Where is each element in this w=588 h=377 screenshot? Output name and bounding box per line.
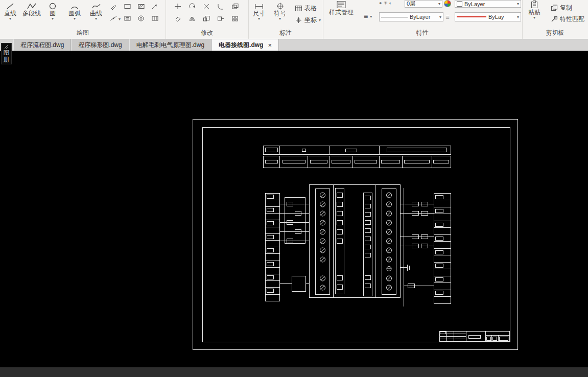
rotate-icon[interactable] xyxy=(187,2,197,11)
pencil-icon[interactable] xyxy=(108,2,119,11)
right-terminal-strip xyxy=(434,194,451,304)
model-space-canvas[interactable] xyxy=(0,51,588,367)
table-icon xyxy=(295,5,302,12)
gradient-icon[interactable] xyxy=(150,14,160,22)
panel-properties: 样式管理 ≡ ▾ ● ☀ ◐ 0层 ▾ ByLayer ▾ xyxy=(323,0,523,39)
coordinate-button[interactable]: 坐标 ▾ xyxy=(295,16,321,25)
layer-toggle-icons: ● ☀ ◐ xyxy=(379,1,392,6)
dropdown-arrow-icon[interactable]: ▾ xyxy=(9,17,11,20)
polyline-button[interactable]: 多段线 xyxy=(22,2,41,17)
table-button[interactable]: 表格 xyxy=(295,4,317,13)
spline-label: 曲线 xyxy=(90,10,102,17)
coordinate-icon xyxy=(295,17,302,23)
dropdown-arrow-icon: ▾ xyxy=(517,2,519,6)
paste-label: 粘贴 xyxy=(528,9,540,16)
mirror-icon[interactable] xyxy=(187,14,197,22)
match-properties-button[interactable]: 特性匹配 xyxy=(551,15,584,23)
command-line-bar[interactable] xyxy=(0,367,588,377)
move-icon[interactable] xyxy=(173,2,183,11)
trim-icon[interactable] xyxy=(201,2,211,11)
polyline-icon xyxy=(27,2,36,10)
donut-icon[interactable] xyxy=(136,14,146,22)
drawing-frame xyxy=(193,120,518,350)
circle-icon xyxy=(49,2,56,10)
modify-panel-label: 修改 xyxy=(166,29,248,37)
color-palette-icon[interactable] xyxy=(442,0,453,7)
dropdown-arrow-icon[interactable]: ▾ xyxy=(533,16,535,19)
dropdown-arrow-icon: ▾ xyxy=(439,15,441,19)
lineweight-value: ByLay xyxy=(488,14,515,20)
array-icon[interactable] xyxy=(230,14,240,22)
arc-button[interactable]: 圆弧 ▾ xyxy=(68,2,81,20)
line-label: 直线 xyxy=(4,10,16,17)
symbol-label: 符号 xyxy=(274,10,286,17)
layer-on-icon[interactable]: ● xyxy=(379,1,382,6)
dropdown-arrow-icon[interactable]: ▾ xyxy=(52,17,54,20)
line-button[interactable]: 直线 ▾ xyxy=(4,2,16,20)
anchored-palette-tab[interactable]: 图 册 xyxy=(1,43,12,64)
tab-label: 程序梯形图.dwg xyxy=(78,41,122,50)
color-swatch xyxy=(457,1,462,7)
dropdown-arrow-icon[interactable]: ▾ xyxy=(117,15,122,23)
dimension-icon xyxy=(254,2,264,10)
panel-clipboard: 粘贴 ▾ 复制 特性匹配 剪切板 xyxy=(522,0,588,39)
dropdown-arrow-icon[interactable]: ▾ xyxy=(370,15,372,18)
cad-drawing xyxy=(0,51,588,367)
copy-button[interactable]: 复制 xyxy=(551,4,572,12)
linetype-sample xyxy=(381,17,408,17)
erase-icon[interactable] xyxy=(173,14,183,22)
layer-freeze-icon[interactable]: ☀ xyxy=(383,1,387,6)
stretch-icon[interactable] xyxy=(216,14,226,22)
dropdown-arrow-icon[interactable]: ▾ xyxy=(74,17,76,20)
scale-icon[interactable] xyxy=(201,14,211,22)
symbol-icon xyxy=(276,2,284,10)
dropdown-arrow-icon[interactable]: ▾ xyxy=(95,17,97,20)
linetype-value: ByLayer xyxy=(410,14,437,20)
dimension-label: 尺寸 xyxy=(253,10,265,17)
coordinate-label: 坐标 xyxy=(304,16,317,25)
leader-arrow-icon[interactable] xyxy=(150,2,160,11)
paste-button[interactable]: 粘贴 ▾ xyxy=(528,1,540,19)
rectangle-tool-icon[interactable] xyxy=(122,2,132,11)
match-properties-icon xyxy=(551,16,558,22)
style-manager-button[interactable]: 样式管理 xyxy=(329,1,354,16)
tab-program-flowchart[interactable]: 程序流程图.dwg xyxy=(13,39,71,51)
close-icon[interactable]: × xyxy=(268,42,272,49)
region-icon[interactable] xyxy=(122,14,132,22)
spline-button[interactable]: 曲线 ▾ xyxy=(90,2,102,20)
draw-panel-label: 绘图 xyxy=(0,29,166,37)
dropdown-arrow-icon[interactable]: ▾ xyxy=(319,18,321,22)
tab-electrical-wiring[interactable]: 电器接线图.dwg × xyxy=(211,39,279,51)
circle-button[interactable]: 圆 ▾ xyxy=(49,2,56,20)
dropdown-arrow-icon[interactable]: ▾ xyxy=(279,17,281,20)
tab-label: 电器接线图.dwg xyxy=(219,41,263,50)
lineweight-select[interactable]: ByLay ▾ xyxy=(455,12,521,21)
menu-icon[interactable]: ≡ xyxy=(442,13,453,21)
panel-annotate: 尺寸 ▾ 符号 ▾ 表格 坐标 ▾ 标注 xyxy=(248,0,323,39)
linetype-select[interactable]: ByLayer ▾ xyxy=(379,12,443,21)
construction-line-icon[interactable] xyxy=(108,14,119,22)
fillet-icon[interactable] xyxy=(216,2,226,11)
properties-panel-label: 特性 xyxy=(323,29,522,37)
hatch-icon[interactable] xyxy=(136,2,146,11)
dropdown-arrow-icon: ▾ xyxy=(517,15,519,19)
symbol-button[interactable]: 符号 ▾ xyxy=(274,2,286,20)
layer-lock-icon[interactable]: ◐ xyxy=(389,1,392,6)
tab-program-ladder[interactable]: 程序梯形图.dwg xyxy=(71,39,129,51)
layer-select[interactable]: 0层 ▾ xyxy=(405,0,442,8)
dimension-button[interactable]: 尺寸 ▾ xyxy=(253,2,265,20)
clipboard-icon xyxy=(530,1,538,9)
annotate-panel-label: 标注 xyxy=(248,29,323,37)
tab-electrolytic-schematic[interactable]: 电解毛刺电气原理图.dwg xyxy=(129,39,211,51)
line-icon xyxy=(6,2,14,10)
copy-object-icon[interactable] xyxy=(230,2,240,11)
list-menu-button[interactable]: ≡ ▾ xyxy=(364,12,372,20)
tab-label: 电解毛刺电气原理图.dwg xyxy=(136,41,204,50)
color-select[interactable]: ByLayer ▾ xyxy=(455,0,521,8)
copy-label: 复制 xyxy=(560,4,572,12)
dropdown-arrow-icon[interactable]: ▾ xyxy=(258,17,260,20)
panel-modify: 修改 xyxy=(166,0,249,39)
menu-icon: ≡ xyxy=(364,12,368,20)
arc-label: 圆弧 xyxy=(68,10,81,17)
autocad-window: 直线 ▾ 多段线 圆 ▾ 圆弧 ▾ 曲线 ▾ xyxy=(0,0,588,377)
